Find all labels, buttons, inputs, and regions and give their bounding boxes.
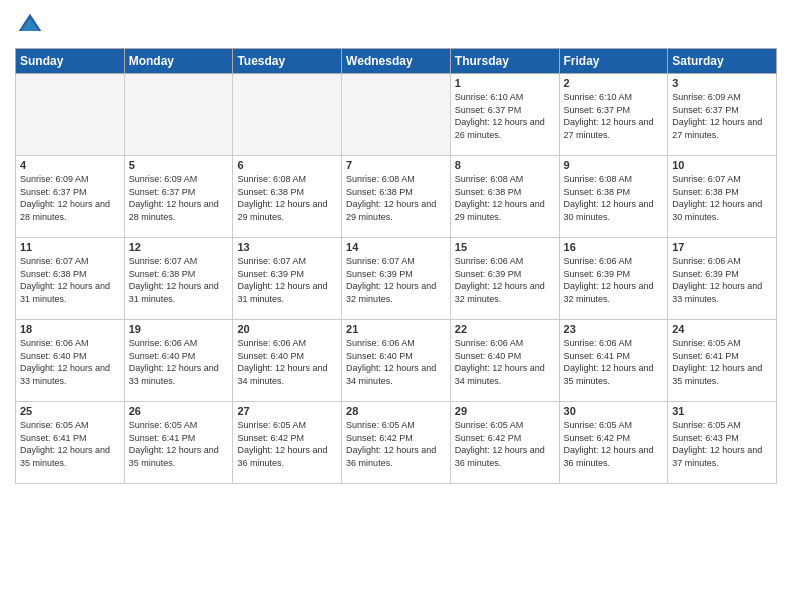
- calendar-cell: 16 Sunrise: 6:06 AMSunset: 6:39 PMDaylig…: [559, 238, 668, 320]
- day-number: 18: [20, 323, 120, 335]
- day-info: Sunrise: 6:06 AMSunset: 6:39 PMDaylight:…: [672, 255, 772, 305]
- day-info: Sunrise: 6:05 AMSunset: 6:42 PMDaylight:…: [346, 419, 446, 469]
- day-number: 17: [672, 241, 772, 253]
- calendar-cell: 25 Sunrise: 6:05 AMSunset: 6:41 PMDaylig…: [16, 402, 125, 484]
- day-number: 5: [129, 159, 229, 171]
- day-number: 11: [20, 241, 120, 253]
- day-number: 23: [564, 323, 664, 335]
- calendar-cell: 5 Sunrise: 6:09 AMSunset: 6:37 PMDayligh…: [124, 156, 233, 238]
- day-number: 25: [20, 405, 120, 417]
- week-row-2: 11 Sunrise: 6:07 AMSunset: 6:38 PMDaylig…: [16, 238, 777, 320]
- calendar-cell: 7 Sunrise: 6:08 AMSunset: 6:38 PMDayligh…: [342, 156, 451, 238]
- day-info: Sunrise: 6:09 AMSunset: 6:37 PMDaylight:…: [129, 173, 229, 223]
- weekday-header-row: SundayMondayTuesdayWednesdayThursdayFrid…: [16, 49, 777, 74]
- week-row-4: 25 Sunrise: 6:05 AMSunset: 6:41 PMDaylig…: [16, 402, 777, 484]
- calendar-cell: 20 Sunrise: 6:06 AMSunset: 6:40 PMDaylig…: [233, 320, 342, 402]
- day-number: 4: [20, 159, 120, 171]
- day-number: 13: [237, 241, 337, 253]
- day-number: 19: [129, 323, 229, 335]
- day-number: 8: [455, 159, 555, 171]
- day-info: Sunrise: 6:07 AMSunset: 6:39 PMDaylight:…: [237, 255, 337, 305]
- day-info: Sunrise: 6:06 AMSunset: 6:39 PMDaylight:…: [564, 255, 664, 305]
- logo-icon: [15, 10, 45, 40]
- day-number: 29: [455, 405, 555, 417]
- day-info: Sunrise: 6:08 AMSunset: 6:38 PMDaylight:…: [237, 173, 337, 223]
- day-info: Sunrise: 6:05 AMSunset: 6:42 PMDaylight:…: [237, 419, 337, 469]
- day-info: Sunrise: 6:06 AMSunset: 6:40 PMDaylight:…: [346, 337, 446, 387]
- day-info: Sunrise: 6:06 AMSunset: 6:40 PMDaylight:…: [455, 337, 555, 387]
- day-info: Sunrise: 6:10 AMSunset: 6:37 PMDaylight:…: [564, 91, 664, 141]
- calendar-cell: 6 Sunrise: 6:08 AMSunset: 6:38 PMDayligh…: [233, 156, 342, 238]
- calendar-cell: [124, 74, 233, 156]
- day-info: Sunrise: 6:05 AMSunset: 6:41 PMDaylight:…: [672, 337, 772, 387]
- calendar-cell: 30 Sunrise: 6:05 AMSunset: 6:42 PMDaylig…: [559, 402, 668, 484]
- calendar-cell: 19 Sunrise: 6:06 AMSunset: 6:40 PMDaylig…: [124, 320, 233, 402]
- day-number: 2: [564, 77, 664, 89]
- calendar-cell: 11 Sunrise: 6:07 AMSunset: 6:38 PMDaylig…: [16, 238, 125, 320]
- weekday-friday: Friday: [559, 49, 668, 74]
- calendar-cell: 3 Sunrise: 6:09 AMSunset: 6:37 PMDayligh…: [668, 74, 777, 156]
- calendar-cell: 21 Sunrise: 6:06 AMSunset: 6:40 PMDaylig…: [342, 320, 451, 402]
- calendar-cell: 12 Sunrise: 6:07 AMSunset: 6:38 PMDaylig…: [124, 238, 233, 320]
- calendar-cell: 4 Sunrise: 6:09 AMSunset: 6:37 PMDayligh…: [16, 156, 125, 238]
- day-number: 3: [672, 77, 772, 89]
- calendar-cell: 14 Sunrise: 6:07 AMSunset: 6:39 PMDaylig…: [342, 238, 451, 320]
- calendar-cell: 18 Sunrise: 6:06 AMSunset: 6:40 PMDaylig…: [16, 320, 125, 402]
- weekday-saturday: Saturday: [668, 49, 777, 74]
- calendar-cell: 26 Sunrise: 6:05 AMSunset: 6:41 PMDaylig…: [124, 402, 233, 484]
- week-row-3: 18 Sunrise: 6:06 AMSunset: 6:40 PMDaylig…: [16, 320, 777, 402]
- day-number: 10: [672, 159, 772, 171]
- day-info: Sunrise: 6:05 AMSunset: 6:43 PMDaylight:…: [672, 419, 772, 469]
- day-number: 14: [346, 241, 446, 253]
- day-info: Sunrise: 6:06 AMSunset: 6:41 PMDaylight:…: [564, 337, 664, 387]
- day-number: 31: [672, 405, 772, 417]
- day-info: Sunrise: 6:06 AMSunset: 6:40 PMDaylight:…: [129, 337, 229, 387]
- day-number: 26: [129, 405, 229, 417]
- day-info: Sunrise: 6:05 AMSunset: 6:42 PMDaylight:…: [564, 419, 664, 469]
- day-info: Sunrise: 6:05 AMSunset: 6:42 PMDaylight:…: [455, 419, 555, 469]
- day-info: Sunrise: 6:07 AMSunset: 6:38 PMDaylight:…: [20, 255, 120, 305]
- day-number: 20: [237, 323, 337, 335]
- calendar-cell: [342, 74, 451, 156]
- logo: [15, 10, 49, 40]
- day-number: 12: [129, 241, 229, 253]
- day-info: Sunrise: 6:07 AMSunset: 6:38 PMDaylight:…: [129, 255, 229, 305]
- calendar-cell: 8 Sunrise: 6:08 AMSunset: 6:38 PMDayligh…: [450, 156, 559, 238]
- day-info: Sunrise: 6:08 AMSunset: 6:38 PMDaylight:…: [455, 173, 555, 223]
- weekday-wednesday: Wednesday: [342, 49, 451, 74]
- calendar-cell: 1 Sunrise: 6:10 AMSunset: 6:37 PMDayligh…: [450, 74, 559, 156]
- day-info: Sunrise: 6:06 AMSunset: 6:39 PMDaylight:…: [455, 255, 555, 305]
- calendar-cell: 13 Sunrise: 6:07 AMSunset: 6:39 PMDaylig…: [233, 238, 342, 320]
- calendar-cell: 29 Sunrise: 6:05 AMSunset: 6:42 PMDaylig…: [450, 402, 559, 484]
- day-info: Sunrise: 6:07 AMSunset: 6:39 PMDaylight:…: [346, 255, 446, 305]
- day-number: 16: [564, 241, 664, 253]
- day-number: 22: [455, 323, 555, 335]
- page: SundayMondayTuesdayWednesdayThursdayFrid…: [0, 0, 792, 612]
- day-number: 15: [455, 241, 555, 253]
- calendar-cell: [233, 74, 342, 156]
- week-row-1: 4 Sunrise: 6:09 AMSunset: 6:37 PMDayligh…: [16, 156, 777, 238]
- day-number: 7: [346, 159, 446, 171]
- calendar-cell: 10 Sunrise: 6:07 AMSunset: 6:38 PMDaylig…: [668, 156, 777, 238]
- day-number: 1: [455, 77, 555, 89]
- day-info: Sunrise: 6:07 AMSunset: 6:38 PMDaylight:…: [672, 173, 772, 223]
- header: [15, 10, 777, 40]
- weekday-tuesday: Tuesday: [233, 49, 342, 74]
- weekday-sunday: Sunday: [16, 49, 125, 74]
- day-info: Sunrise: 6:08 AMSunset: 6:38 PMDaylight:…: [346, 173, 446, 223]
- day-number: 28: [346, 405, 446, 417]
- calendar-cell: 22 Sunrise: 6:06 AMSunset: 6:40 PMDaylig…: [450, 320, 559, 402]
- day-info: Sunrise: 6:05 AMSunset: 6:41 PMDaylight:…: [20, 419, 120, 469]
- calendar-cell: 28 Sunrise: 6:05 AMSunset: 6:42 PMDaylig…: [342, 402, 451, 484]
- calendar-table: SundayMondayTuesdayWednesdayThursdayFrid…: [15, 48, 777, 484]
- calendar-cell: 23 Sunrise: 6:06 AMSunset: 6:41 PMDaylig…: [559, 320, 668, 402]
- calendar-cell: 2 Sunrise: 6:10 AMSunset: 6:37 PMDayligh…: [559, 74, 668, 156]
- day-number: 9: [564, 159, 664, 171]
- calendar-cell: 17 Sunrise: 6:06 AMSunset: 6:39 PMDaylig…: [668, 238, 777, 320]
- day-info: Sunrise: 6:06 AMSunset: 6:40 PMDaylight:…: [20, 337, 120, 387]
- day-info: Sunrise: 6:09 AMSunset: 6:37 PMDaylight:…: [20, 173, 120, 223]
- calendar-cell: 27 Sunrise: 6:05 AMSunset: 6:42 PMDaylig…: [233, 402, 342, 484]
- calendar-cell: [16, 74, 125, 156]
- day-info: Sunrise: 6:10 AMSunset: 6:37 PMDaylight:…: [455, 91, 555, 141]
- calendar-cell: 15 Sunrise: 6:06 AMSunset: 6:39 PMDaylig…: [450, 238, 559, 320]
